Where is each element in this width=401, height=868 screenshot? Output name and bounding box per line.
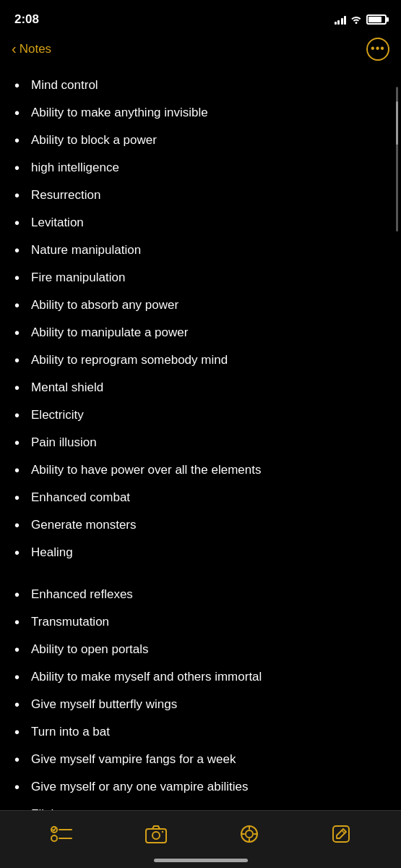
bullet-dot-icon: •: [14, 612, 20, 632]
bullet-text: Ability to open portals: [31, 641, 387, 658]
bullet-text: Pain illusion: [31, 434, 387, 451]
camera-button[interactable]: [145, 825, 167, 843]
list-item: •Ability to open portals: [14, 637, 387, 664]
bullet-dot-icon: •: [14, 584, 20, 605]
bullet-text: Give myself butterfly wings: [31, 696, 387, 713]
bullet-dot-icon: •: [14, 213, 20, 233]
bullet-dot-icon: •: [14, 378, 20, 398]
edit-button[interactable]: [332, 825, 350, 843]
bullet-dot-icon: •: [14, 639, 20, 660]
list-item: •Levitation: [14, 210, 387, 237]
bullet-dot-icon: •: [14, 488, 20, 508]
scrollbar-track: [396, 87, 398, 231]
checklist-button[interactable]: [51, 825, 72, 843]
bullet-text: Ability to manipulate a power: [31, 324, 387, 341]
list-item: •Ability to block a power: [14, 127, 387, 155]
bullet-list: •Mind control•Ability to make anything i…: [14, 72, 387, 856]
svg-rect-13: [333, 826, 349, 842]
bullet-text: Nature manipulation: [31, 242, 387, 259]
wifi-icon: [350, 14, 362, 26]
bullet-dot-icon: •: [14, 103, 20, 123]
bullet-text: Give myself vampire fangs for a week: [31, 751, 387, 768]
list-item: •Give myself butterfly wings: [14, 692, 387, 719]
bullet-dot-icon: •: [14, 185, 20, 205]
scrollbar-thumb[interactable]: [396, 101, 398, 145]
bullet-text: Generate monsters: [31, 516, 387, 534]
list-item: •high intelligence: [14, 155, 387, 182]
bullet-dot-icon: •: [14, 323, 20, 343]
bullet-dot-icon: •: [14, 515, 20, 535]
list-spacer: [14, 567, 387, 582]
bullet-text: Mind control: [31, 77, 387, 94]
list-item: •Ability to reprogram somebody mind: [14, 347, 387, 375]
list-item: •Ability to have power over all the elem…: [14, 457, 387, 485]
bullet-dot-icon: •: [14, 749, 20, 770]
svg-point-1: [51, 835, 57, 841]
list-item: •Ability to make anything invisible: [14, 100, 387, 127]
bullet-text: Fire manipulation: [31, 269, 387, 286]
bullet-dot-icon: •: [14, 542, 20, 563]
svg-point-8: [246, 830, 253, 838]
bullet-text: Ability to block a power: [31, 132, 387, 149]
bullet-text: Give myself or any one vampire abilities: [31, 778, 387, 796]
bullet-text: high intelligence: [31, 159, 387, 176]
list-item: •Pain illusion: [14, 430, 387, 457]
list-item: •Mind control: [14, 72, 387, 100]
signal-icon: [335, 14, 347, 25]
bullet-text: Ability to reprogram somebody mind: [31, 352, 387, 369]
list-item: •Generate monsters: [14, 512, 387, 540]
list-item: •Turn into a bat: [14, 719, 387, 746]
svg-rect-4: [146, 829, 166, 843]
list-item: •Ability to make myself and others immor…: [14, 664, 387, 692]
bullet-text: Ability to make anything invisible: [31, 104, 387, 122]
bullet-text: Healing: [31, 544, 387, 561]
list-item: •Fire manipulation: [14, 265, 387, 292]
list-item: •Ability to manipulate a power: [14, 320, 387, 347]
list-item: •Ability to absorb any power: [14, 292, 387, 320]
more-button[interactable]: •••: [366, 38, 389, 61]
bullet-text: Ability to make myself and others immort…: [31, 668, 387, 686]
bullet-dot-icon: •: [14, 130, 20, 150]
bullet-dot-icon: •: [14, 295, 20, 315]
list-item: •Resurrection: [14, 182, 387, 210]
bullet-dot-icon: •: [14, 722, 20, 742]
status-icons: [335, 14, 387, 26]
home-indicator: [154, 859, 248, 862]
bullet-text: Ability to have power over all the eleme…: [31, 461, 387, 479]
list-item: •Healing: [14, 540, 387, 567]
back-button[interactable]: ‹ Notes: [12, 41, 51, 57]
list-item: •Mental shield: [14, 375, 387, 402]
nav-bar: ‹ Notes •••: [0, 35, 401, 69]
bullet-text: Turn into a bat: [31, 723, 387, 741]
list-item: •Transmutation: [14, 609, 387, 637]
status-bar: 2:08: [0, 0, 401, 35]
marker-button[interactable]: [240, 825, 259, 843]
bullet-text: Levitation: [31, 214, 387, 231]
bullet-text: Transmutation: [31, 613, 387, 631]
svg-point-5: [152, 832, 160, 839]
bullet-dot-icon: •: [14, 240, 20, 260]
bullet-text: Electricity: [31, 407, 387, 424]
bullet-dot-icon: •: [14, 75, 20, 95]
bullet-dot-icon: •: [14, 158, 20, 178]
chevron-left-icon: ‹: [12, 41, 17, 57]
back-label: Notes: [20, 42, 51, 56]
bullet-dot-icon: •: [14, 694, 20, 715]
bullet-text: Enhanced combat: [31, 489, 387, 506]
notes-content: •Mind control•Ability to make anything i…: [0, 69, 401, 868]
bullet-dot-icon: •: [14, 667, 20, 687]
bullet-text: Mental shield: [31, 379, 387, 396]
battery-icon: [366, 14, 387, 25]
ellipsis-icon: •••: [371, 43, 385, 54]
bullet-dot-icon: •: [14, 268, 20, 288]
bullet-text: Ability to absorb any power: [31, 297, 387, 314]
list-item: •Electricity: [14, 402, 387, 430]
list-item: •Enhanced combat: [14, 485, 387, 512]
list-item: •Give myself vampire fangs for a week: [14, 746, 387, 774]
list-item: •Nature manipulation: [14, 237, 387, 265]
bullet-dot-icon: •: [14, 405, 20, 425]
list-item: •Enhanced reflexes: [14, 582, 387, 609]
bullet-dot-icon: •: [14, 350, 20, 370]
bullet-dot-icon: •: [14, 460, 20, 480]
bullet-text: Resurrection: [31, 187, 387, 204]
